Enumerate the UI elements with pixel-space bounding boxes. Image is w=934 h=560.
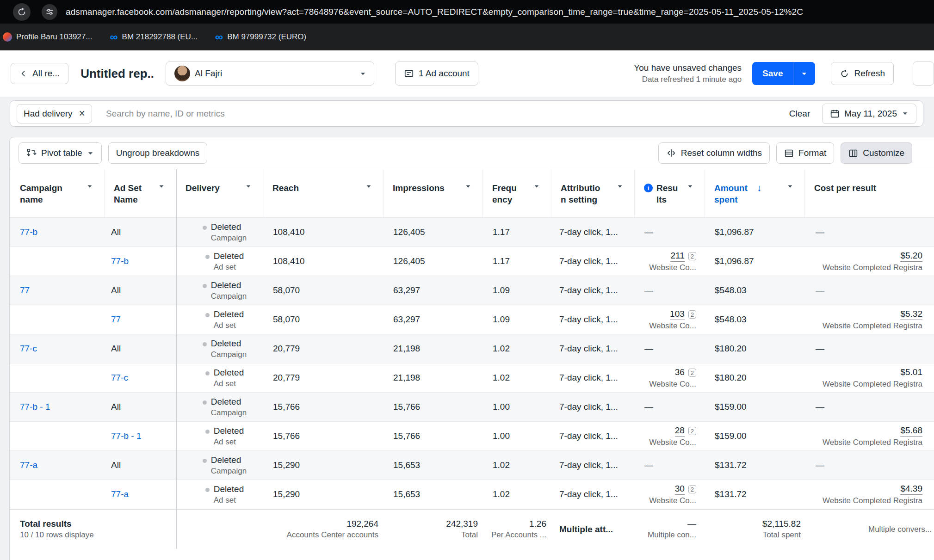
campaign-name-link[interactable]: 77-a [20,460,104,470]
cell-adset-name: 77-b - 1 [104,422,176,450]
delivery-level: Ad set [214,263,244,272]
column-header-adset-name[interactable]: Ad Set Name [104,169,176,217]
status-dot-icon [203,459,207,463]
column-header-cost-per-result[interactable]: Cost per result [804,169,934,217]
cell-amount-spent: $159.00 [705,422,804,450]
cell-attribution-setting: 7-day click, 1... [551,422,634,450]
adset-name-link[interactable]: 77-a [111,489,176,499]
reset-column-widths-button[interactable]: Reset column widths [658,142,770,164]
customize-button[interactable]: Customize [841,142,912,164]
cell-amount-spent: $1,096.87 [705,247,804,276]
search-input[interactable] [105,108,789,119]
cell-delivery: DeletedAd set [176,305,263,334]
bookmark-bm1[interactable]: ∞ BM 218292788 (EU... [110,31,198,43]
results-value[interactable]: 30 [675,484,685,495]
results-value[interactable]: 211 [670,251,684,262]
results-value[interactable]: 103 [670,309,685,320]
refresh-button[interactable]: Refresh [831,62,894,85]
column-header-frequency[interactable]: Frequency [482,169,551,217]
cell-reach: 58,070 [263,305,383,334]
cost-value[interactable]: $4.39 [900,484,922,495]
cell-attribution-setting: 7-day click, 1... [551,451,634,480]
cost-value[interactable]: $5.32 [900,309,922,320]
cell-campaign-name [10,422,104,450]
delivery-level: Campaign [211,467,247,476]
results-empty-value: — [644,460,705,470]
results-value[interactable]: 36 [675,367,685,378]
total-row: Total results 10 / 10 rows displaye 192,… [10,509,934,549]
adset-name-link[interactable]: 77-b - 1 [111,431,176,441]
cost-empty-value: — [816,402,934,412]
cost-empty-value: — [816,227,934,237]
table-row-campaign: 77AllDeletedCampaign58,07063,2971.097-da… [10,276,934,305]
site-info-button[interactable] [42,4,57,20]
column-header-campaign-name[interactable]: Campaign name [10,169,104,217]
remove-filter-icon[interactable]: × [79,108,85,119]
adset-name-link[interactable]: 77 [111,314,176,325]
reset-column-widths-icon [666,148,676,158]
chevron-down-icon[interactable] [245,183,252,190]
status-dot-icon [203,342,207,346]
chevron-down-icon[interactable] [87,183,93,190]
results-sublabel: Website Co... [649,321,696,331]
cost-value[interactable]: $5.68 [900,425,922,437]
column-header-reach[interactable]: Reach [263,169,383,217]
back-to-all-reports-button[interactable]: All re... [11,63,68,84]
calendar-icon [830,109,840,118]
cell-frequency: 1.00 [482,422,551,450]
chevron-down-icon[interactable] [787,183,793,190]
date-range-button[interactable]: May 11, 2025 [822,104,916,124]
campaign-name-link[interactable]: 77-c [20,344,104,354]
ungroup-breakdowns-button[interactable]: Ungroup breakdowns [108,142,208,164]
had-delivery-filter-chip[interactable]: Had delivery × [17,104,92,123]
cell-adset-name: All [104,218,176,246]
column-header-amount-spent[interactable]: Amount spent ↓ [705,169,804,217]
save-options-button[interactable] [793,62,815,85]
campaign-name-link[interactable]: 77-b - 1 [20,402,104,412]
chevron-down-icon[interactable] [533,183,540,190]
cell-results: — [634,276,705,305]
campaign-name-link[interactable]: 77-b [20,227,104,237]
cell-results: 282Website Co... [634,422,705,450]
more-actions-button-cutoff[interactable] [913,62,934,86]
chevron-down-icon[interactable] [158,183,165,190]
chevron-down-icon[interactable] [687,183,693,190]
bookmark-bm2[interactable]: ∞ BM 97999732 (EURO) [215,31,306,43]
reload-button[interactable] [13,3,31,21]
column-header-delivery[interactable]: Delivery [176,169,263,217]
format-button[interactable]: Format [776,142,834,164]
cell-adset-name: 77-c [104,363,176,392]
column-header-attribution-setting[interactable]: Attribution setting [551,169,634,217]
cell-adset-name: All [104,451,176,480]
adset-name-link[interactable]: 77-c [111,373,176,383]
chevron-down-icon[interactable] [617,183,623,190]
frozen-columns-divider[interactable] [176,169,177,549]
pivot-table-button[interactable]: Pivot table [19,142,102,164]
column-header-results[interactable]: i Results [634,169,705,217]
bookmark-profile[interactable]: Profile Baru 103927... [3,32,92,42]
cost-value[interactable]: $5.20 [900,251,922,262]
clear-filters-button[interactable]: Clear [789,109,810,119]
cell-frequency: 1.09 [482,276,551,305]
delivery-status: Deleted [214,484,244,494]
campaign-name-link[interactable]: 77 [20,285,104,295]
owner-select[interactable]: Al Fajri [166,62,374,86]
cell-amount-spent: $180.20 [705,334,804,363]
save-button[interactable]: Save [752,62,793,85]
chevron-down-icon[interactable] [365,183,372,190]
table-row-adset: 77DeletedAd set58,07063,2971.097-day cli… [10,305,934,334]
ad-account-button[interactable]: 1 Ad account [395,62,478,86]
results-value[interactable]: 28 [675,425,685,437]
adset-name-link[interactable]: 77-b [111,256,176,266]
chevron-down-icon[interactable] [465,183,471,190]
info-icon[interactable]: i [644,184,653,192]
cost-value[interactable]: $5.01 [900,367,922,378]
delivery-level: Ad set [214,379,244,388]
delivery-level: Campaign [211,234,247,243]
table-row-campaign: 77-aAllDeletedCampaign15,29015,6531.027-… [10,451,934,480]
cell-campaign-name [10,305,104,334]
url-text[interactable]: adsmanager.facebook.com/adsmanager/repor… [66,7,803,17]
column-header-impressions[interactable]: Impressions [383,169,482,217]
cell-frequency: 1.02 [482,480,551,509]
cell-results: — [634,451,705,480]
